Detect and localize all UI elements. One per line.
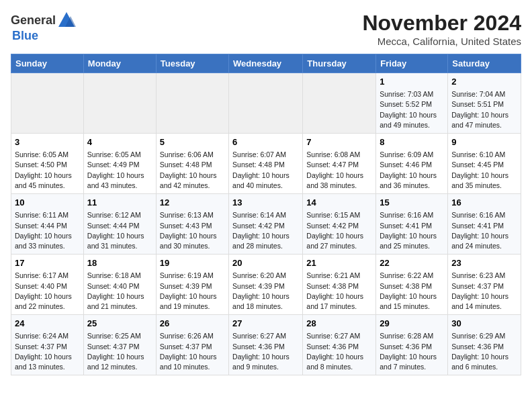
day-number: 29 — [380, 318, 444, 330]
title-block: November 2024 Mecca, California, United … — [362, 11, 521, 47]
weekday-header: Thursday — [303, 54, 376, 73]
day-info: Sunrise: 6:17 AMSunset: 4:40 PMDaylight:… — [15, 271, 80, 312]
day-info: Sunrise: 7:03 AMSunset: 5:52 PMDaylight:… — [380, 89, 444, 130]
calendar-week-row: 24Sunrise: 6:24 AMSunset: 4:37 PMDayligh… — [11, 315, 521, 375]
day-info: Sunrise: 6:13 AMSunset: 4:43 PMDaylight:… — [160, 210, 225, 251]
calendar-cell — [303, 73, 376, 134]
calendar-cell: 13Sunrise: 6:14 AMSunset: 4:42 PMDayligh… — [229, 194, 303, 255]
day-number: 12 — [160, 197, 225, 209]
day-info: Sunrise: 6:29 AMSunset: 4:36 PMDaylight:… — [451, 331, 517, 372]
day-number: 3 — [15, 136, 80, 148]
day-number: 6 — [232, 136, 299, 148]
day-info: Sunrise: 6:27 AMSunset: 4:36 PMDaylight:… — [306, 331, 372, 372]
day-info: Sunrise: 6:22 AMSunset: 4:38 PMDaylight:… — [380, 271, 444, 312]
day-info: Sunrise: 6:16 AMSunset: 4:41 PMDaylight:… — [380, 210, 444, 251]
day-number: 5 — [160, 136, 225, 148]
calendar-cell: 9Sunrise: 6:10 AMSunset: 4:45 PMDaylight… — [448, 134, 521, 194]
day-info: Sunrise: 7:04 AMSunset: 5:51 PMDaylight:… — [451, 89, 517, 130]
calendar-cell: 11Sunrise: 6:12 AMSunset: 4:44 PMDayligh… — [83, 194, 156, 255]
day-info: Sunrise: 6:20 AMSunset: 4:39 PMDaylight:… — [232, 271, 299, 312]
day-number: 27 — [232, 318, 299, 330]
day-info: Sunrise: 6:14 AMSunset: 4:42 PMDaylight:… — [232, 210, 299, 251]
day-info: Sunrise: 6:05 AMSunset: 4:49 PMDaylight:… — [87, 150, 152, 191]
day-number: 22 — [380, 257, 444, 269]
day-info: Sunrise: 6:26 AMSunset: 4:37 PMDaylight:… — [160, 331, 225, 372]
calendar-cell — [11, 73, 84, 134]
calendar-cell: 18Sunrise: 6:18 AMSunset: 4:40 PMDayligh… — [83, 255, 156, 315]
day-info: Sunrise: 6:05 AMSunset: 4:50 PMDaylight:… — [15, 150, 80, 191]
calendar-cell: 28Sunrise: 6:27 AMSunset: 4:36 PMDayligh… — [303, 315, 376, 375]
calendar-cell: 14Sunrise: 6:15 AMSunset: 4:42 PMDayligh… — [303, 194, 376, 255]
logo-icon — [57, 11, 76, 30]
day-info: Sunrise: 6:23 AMSunset: 4:37 PMDaylight:… — [451, 271, 517, 312]
day-number: 19 — [160, 257, 225, 269]
calendar-cell: 17Sunrise: 6:17 AMSunset: 4:40 PMDayligh… — [11, 255, 84, 315]
calendar-cell: 27Sunrise: 6:27 AMSunset: 4:36 PMDayligh… — [229, 315, 303, 375]
calendar-cell: 22Sunrise: 6:22 AMSunset: 4:38 PMDayligh… — [376, 255, 448, 315]
calendar-cell: 21Sunrise: 6:21 AMSunset: 4:38 PMDayligh… — [303, 255, 376, 315]
calendar-cell: 29Sunrise: 6:28 AMSunset: 4:36 PMDayligh… — [376, 315, 448, 375]
day-number: 1 — [380, 76, 444, 88]
calendar-week-row: 1Sunrise: 7:03 AMSunset: 5:52 PMDaylight… — [11, 73, 521, 134]
day-number: 18 — [87, 257, 152, 269]
day-number: 15 — [380, 197, 444, 209]
calendar-cell: 24Sunrise: 6:24 AMSunset: 4:37 PMDayligh… — [11, 315, 84, 375]
day-info: Sunrise: 6:11 AMSunset: 4:44 PMDaylight:… — [15, 210, 80, 251]
logo-blue: Blue — [12, 30, 76, 42]
day-number: 30 — [451, 318, 517, 330]
day-number: 14 — [306, 197, 372, 209]
day-number: 10 — [15, 197, 80, 209]
day-info: Sunrise: 6:28 AMSunset: 4:36 PMDaylight:… — [380, 331, 444, 372]
weekday-header: Wednesday — [229, 54, 303, 73]
calendar-cell — [83, 73, 156, 134]
day-info: Sunrise: 6:12 AMSunset: 4:44 PMDaylight:… — [87, 210, 152, 251]
calendar-cell: 5Sunrise: 6:06 AMSunset: 4:48 PMDaylight… — [156, 134, 228, 194]
weekday-header: Friday — [376, 54, 448, 73]
calendar-table: SundayMondayTuesdayWednesdayThursdayFrid… — [11, 54, 521, 375]
day-number: 11 — [87, 197, 152, 209]
day-number: 16 — [451, 197, 517, 209]
day-number: 25 — [87, 318, 152, 330]
calendar-cell: 16Sunrise: 6:16 AMSunset: 4:41 PMDayligh… — [448, 194, 521, 255]
weekday-header: Tuesday — [156, 54, 228, 73]
day-info: Sunrise: 6:19 AMSunset: 4:39 PMDaylight:… — [160, 271, 225, 312]
day-info: Sunrise: 6:16 AMSunset: 4:41 PMDaylight:… — [451, 210, 517, 251]
calendar-cell: 19Sunrise: 6:19 AMSunset: 4:39 PMDayligh… — [156, 255, 228, 315]
calendar-week-row: 17Sunrise: 6:17 AMSunset: 4:40 PMDayligh… — [11, 255, 521, 315]
calendar-cell: 2Sunrise: 7:04 AMSunset: 5:51 PMDaylight… — [448, 73, 521, 134]
day-number: 4 — [87, 136, 152, 148]
calendar-cell: 15Sunrise: 6:16 AMSunset: 4:41 PMDayligh… — [376, 194, 448, 255]
day-info: Sunrise: 6:21 AMSunset: 4:38 PMDaylight:… — [306, 271, 372, 312]
day-number: 2 — [451, 76, 517, 88]
day-number: 28 — [306, 318, 372, 330]
day-info: Sunrise: 6:18 AMSunset: 4:40 PMDaylight:… — [87, 271, 152, 312]
day-info: Sunrise: 6:06 AMSunset: 4:48 PMDaylight:… — [160, 150, 225, 191]
calendar-cell: 12Sunrise: 6:13 AMSunset: 4:43 PMDayligh… — [156, 194, 228, 255]
day-number: 26 — [160, 318, 225, 330]
day-info: Sunrise: 6:09 AMSunset: 4:46 PMDaylight:… — [380, 150, 444, 191]
day-number: 17 — [15, 257, 80, 269]
day-number: 20 — [232, 257, 299, 269]
day-info: Sunrise: 6:24 AMSunset: 4:37 PMDaylight:… — [15, 331, 80, 372]
page-header: General Blue November 2024 Mecca, Califo… — [11, 11, 521, 47]
weekday-header: Saturday — [448, 54, 521, 73]
calendar-cell: 8Sunrise: 6:09 AMSunset: 4:46 PMDaylight… — [376, 134, 448, 194]
calendar-cell: 1Sunrise: 7:03 AMSunset: 5:52 PMDaylight… — [376, 73, 448, 134]
calendar-cell: 7Sunrise: 6:08 AMSunset: 4:47 PMDaylight… — [303, 134, 376, 194]
day-number: 21 — [306, 257, 372, 269]
day-number: 8 — [380, 136, 444, 148]
day-info: Sunrise: 6:25 AMSunset: 4:37 PMDaylight:… — [87, 331, 152, 372]
calendar-cell: 20Sunrise: 6:20 AMSunset: 4:39 PMDayligh… — [229, 255, 303, 315]
calendar-cell — [229, 73, 303, 134]
day-number: 23 — [451, 257, 517, 269]
day-number: 7 — [306, 136, 372, 148]
day-number: 13 — [232, 197, 299, 209]
day-info: Sunrise: 6:10 AMSunset: 4:45 PMDaylight:… — [451, 150, 517, 191]
calendar-cell: 10Sunrise: 6:11 AMSunset: 4:44 PMDayligh… — [11, 194, 84, 255]
day-info: Sunrise: 6:07 AMSunset: 4:48 PMDaylight:… — [232, 150, 299, 191]
calendar-cell — [156, 73, 228, 134]
weekday-header: Sunday — [11, 54, 84, 73]
calendar-cell: 4Sunrise: 6:05 AMSunset: 4:49 PMDaylight… — [83, 134, 156, 194]
weekday-header: Monday — [83, 54, 156, 73]
calendar-cell: 6Sunrise: 6:07 AMSunset: 4:48 PMDaylight… — [229, 134, 303, 194]
